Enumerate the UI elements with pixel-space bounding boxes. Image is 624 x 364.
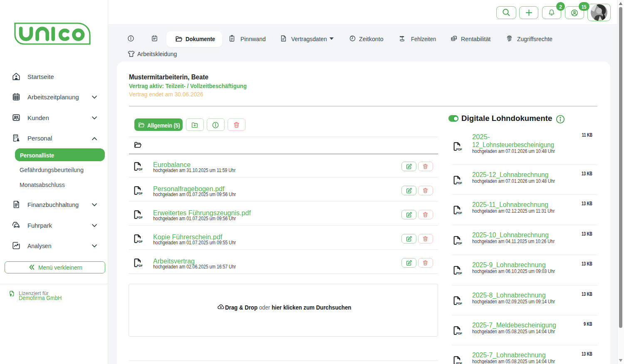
svg-text:PDF: PDF xyxy=(456,272,462,275)
svg-text:PDF: PDF xyxy=(456,212,462,214)
svg-text:PDF: PDF xyxy=(137,192,143,195)
svg-text:PDF: PDF xyxy=(456,182,462,184)
svg-text:PDF: PDF xyxy=(137,168,143,171)
svg-text:PDF: PDF xyxy=(137,264,143,267)
svg-text:PDF: PDF xyxy=(137,240,143,243)
svg-text:PDF: PDF xyxy=(456,332,462,335)
svg-text:PDF: PDF xyxy=(456,302,462,305)
svg-text:PDF: PDF xyxy=(137,216,143,219)
svg-text:PDF: PDF xyxy=(456,242,462,245)
svg-text:PDF: PDF xyxy=(456,362,462,364)
svg-text:PDF: PDF xyxy=(456,148,462,151)
